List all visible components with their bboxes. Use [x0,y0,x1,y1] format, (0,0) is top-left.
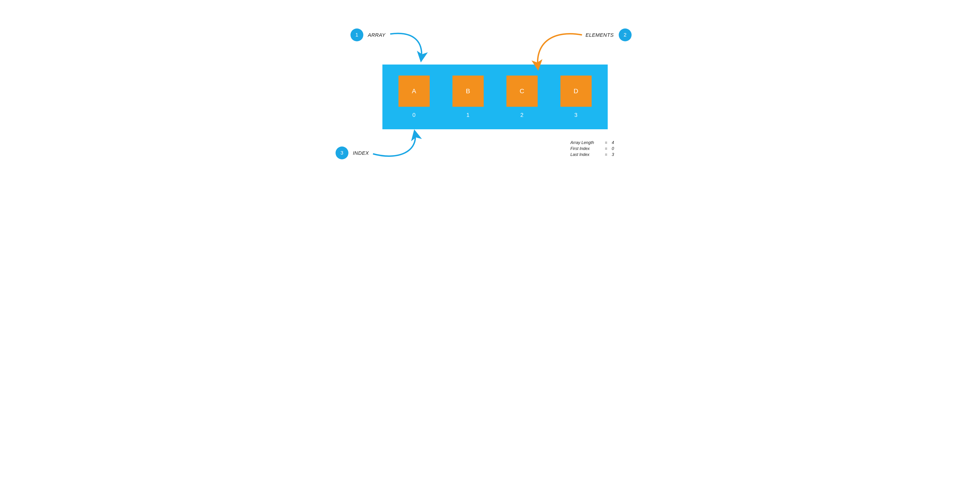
badge-1: 1 [350,29,363,41]
cell-index: 2 [520,112,523,118]
cell-value: C [520,88,524,95]
array-element: D [560,76,592,107]
badge-3-number: 3 [340,150,343,156]
array-element: B [452,76,484,107]
array-element: C [506,76,538,107]
badge-2: 2 [619,29,632,41]
badge-1-number: 1 [355,32,358,38]
info-eq: = [605,140,612,146]
label-array: ARRAY [368,32,386,38]
cell-value: A [412,88,416,95]
badge-3: 3 [336,146,348,159]
info-eq: = [605,146,612,151]
array-container: A 0 B 1 C 2 D 3 [382,65,608,129]
info-key: First Index [571,146,605,151]
cell-value: B [466,88,470,95]
cell-value: D [573,88,578,95]
cell-index: 3 [574,112,578,118]
info-row: Last Index = 3 [571,151,614,158]
array-cell-3: D 3 [560,76,592,118]
label-elements: ELEMENTS [585,32,614,38]
array-element: A [398,76,430,107]
array-cell-2: C 2 [506,76,538,118]
badge-2-number: 2 [624,32,626,38]
arrow-index-icon [373,132,415,156]
array-cell-0: A 0 [398,76,430,118]
info-key: Array Length [571,140,605,146]
info-val: 3 [612,151,614,158]
label-index: INDEX [353,150,369,156]
info-table: Array Length = 4 First Index = 0 Last In… [571,140,614,158]
arrow-elements-icon [538,34,582,68]
info-val: 0 [612,146,614,151]
diagram-canvas: 1 ARRAY 2 ELEMENTS A 0 B 1 C 2 D [311,0,669,179]
cell-index: 0 [412,112,415,118]
info-val: 4 [612,140,614,146]
cell-index: 1 [466,112,469,118]
arrow-array-icon [390,33,422,60]
info-eq: = [605,151,612,158]
array-cell-1: B 1 [452,76,484,118]
info-row: First Index = 0 [571,146,614,151]
info-key: Last Index [571,151,605,158]
info-row: Array Length = 4 [571,140,614,146]
